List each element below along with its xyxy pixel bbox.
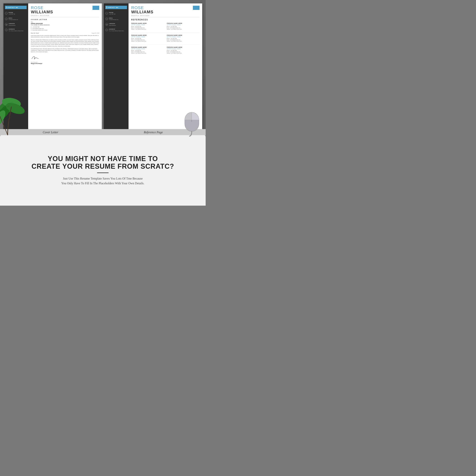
cover-phone-line: P : +123 4567 896 — [31, 26, 99, 28]
ref-item-3: PERSON NAME HERE Job Title / Company / I… — [167, 35, 200, 42]
svg-rect-4 — [106, 19, 107, 19]
last-name-left: WILLIAMS — [31, 10, 53, 14]
contact-linkedin-left: LINKEDIN Usernamehere — [3, 22, 28, 27]
cover-fullname: FULL NAME OF HIRING MANAGER — [31, 24, 99, 26]
headline-line2: CREATE YOUR RESUME FROM SCRATC? — [32, 163, 174, 170]
svg-rect-0 — [6, 19, 7, 19]
ref-name-2: PERSON NAME HERE — [131, 35, 164, 36]
ref-name-5: PERSON NAME HERE — [167, 47, 200, 48]
address-icon-left — [5, 29, 8, 31]
contact-me-header-right: CONTACT ME — [105, 6, 127, 9]
ref-item-0: PERSON NAME HERE Job Title / Company / I… — [131, 23, 164, 30]
ref-name-0: PERSON NAME HERE — [131, 23, 164, 24]
plant-svg — [0, 68, 34, 141]
ref-address-5: Address : your Address Name Here. — [167, 52, 200, 54]
signature-svg — [31, 55, 42, 61]
ref-address-2: Address : your Address Name Here. — [131, 41, 164, 42]
contact-linkedin-text-right: LINKEDIN Usernamehere — [109, 23, 116, 26]
name-block-right: ROSE WILLIAMS — [131, 6, 153, 14]
contact-me-label-right: CONTACT ME — [108, 7, 119, 8]
ref-item-1: PERSON NAME HERE Job Title / Company / I… — [167, 23, 200, 30]
mouse-svg — [181, 107, 204, 137]
svg-point-2 — [6, 24, 6, 24]
ref-address-4: Address : your Address Name Here. — [131, 52, 164, 54]
cover-address-line: A : street/state address with country — [31, 30, 99, 31]
job-title-right: GRAPHIC DESIGNER — [131, 15, 200, 17]
svg-rect-1 — [6, 24, 6, 25]
ref-phone-1: Phone : +123 4567 896 — [167, 26, 200, 27]
mouse-decoration — [181, 107, 204, 137]
ref-divider-2 — [131, 45, 200, 45]
plant-decoration — [0, 68, 34, 141]
ref-phone-5: Phone : +123 4567 896 — [167, 50, 200, 51]
contact-email-text-right: EMAIL User@example.com — [109, 17, 119, 20]
ref-phone-4: Phone : +123 4567 896 — [131, 50, 164, 51]
name-block-left: ROSE WILLIAMS — [31, 6, 53, 14]
address-icon-right — [105, 29, 108, 31]
blue-accent-right — [193, 6, 200, 10]
first-name-left: ROSE — [31, 6, 53, 10]
contact-address-text-right: ADDRESS Your Home Address Name Here — [109, 28, 124, 32]
contact-linkedin-text-left: LINKEDIN Usernamehere — [9, 23, 16, 26]
contact-email-right: EMAIL User@example.com — [104, 17, 129, 21]
contact-phone-right: PHONE +123 456 789 — [104, 11, 129, 16]
phone-icon-right — [105, 12, 108, 15]
linkedin-icon-left — [5, 23, 8, 26]
contact-email-left: EMAIL User@example.com — [3, 17, 28, 21]
preview-divider — [103, 4, 103, 133]
phone-icon-left — [5, 12, 8, 15]
dear-text: Dear Ms. Smith: — [31, 33, 39, 34]
ref-email-1: Email : yourmail@example.com — [167, 27, 200, 28]
ref-phone-2: Phone : +123 4567 896 — [131, 38, 164, 39]
ref-email-0: Email : yourmail@example.com — [131, 27, 164, 28]
subtext: Just Use This Resume Template Saves You … — [61, 176, 144, 186]
ref-item-5: PERSON NAME HERE Job Title / Company / I… — [167, 47, 200, 54]
blue-accent-left — [93, 6, 99, 10]
ref-name-3: PERSON NAME HERE — [167, 35, 200, 36]
svg-point-6 — [106, 24, 106, 24]
contact-address-right: ADDRESS Your Home Address Name Here — [104, 28, 129, 32]
cover-letter-main: ROSE WILLIAMS GRAPHIC DESIGNER COVER LET… — [28, 3, 102, 133]
last-name-right: WILLIAMS — [131, 10, 153, 14]
ref-jobtitle-1: Job Title / Company / Institute — [167, 24, 200, 25]
ref-jobtitle-0: Job Title / Company / Institute — [131, 24, 164, 25]
cover-letter-title: COVER LETTER — [31, 19, 99, 20]
contact-me-header-left: CONTACT ME — [5, 6, 27, 9]
cover-body-2: Mauris et vehicula dolor. Pellentesque n… — [31, 39, 99, 47]
date-text: August 25, 2018 — [92, 33, 99, 34]
ref-phone-3: Phone : +123 4567 896 — [167, 38, 200, 39]
ref-email-5: Email : yourmail@example.com — [167, 51, 200, 52]
right-sidebar: CONTACT ME PHONE +123 456 789 EMAIL — [104, 3, 129, 133]
ref-email-2: Email : yourmail@example.com — [131, 39, 164, 40]
ref-name-1: PERSON NAME HERE — [167, 23, 200, 24]
cover-body-3: Ut id pellentesque lorem. Sed porta dign… — [31, 48, 99, 53]
ref-email-4: Email : yourmail@example.com — [131, 51, 164, 52]
reference-page-label: Reference Page — [144, 131, 163, 134]
cover-manager: HIRING MANAGER — [31, 23, 99, 24]
ref-phone-0: Phone : +123 4567 896 — [131, 26, 164, 27]
contact-phone-left: PHONE +123 456 789 — [3, 11, 28, 16]
cover-body-1: Lorem ipsum dolor sit amet, consectetur … — [31, 35, 99, 38]
references-grid: PERSON NAME HERE Job Title / Company / I… — [131, 23, 200, 55]
cover-letter-label: Cover Letter — [43, 131, 58, 134]
contact-email-text-left: EMAIL User@example.com — [9, 17, 18, 20]
subtext-line2: You Only Have To Fill In The Placeholder… — [61, 181, 144, 186]
headline-divider — [97, 172, 108, 173]
headline-line1: YOU MIGHT NOT HAVE TIME TO — [32, 155, 174, 163]
contact-phone-text-left: PHONE +123 456 789 — [9, 12, 15, 15]
ref-jobtitle-2: Job Title / Company / Institute — [131, 36, 164, 37]
ref-divider-1 — [131, 33, 200, 33]
contact-linkedin-right: LINKEDIN Usernamehere — [104, 22, 129, 27]
contact-phone-text-right: PHONE +123 456 789 — [109, 12, 115, 15]
signature-area: Your Sincerely Margot Deschamps — [31, 55, 99, 64]
references-title: REFERENCES — [131, 19, 200, 21]
headline: YOU MIGHT NOT HAVE TIME TO CREATE YOUR R… — [32, 155, 174, 170]
email-icon-right — [105, 17, 108, 20]
contact-address-left: ADDRESS Your Home Address Name Here — [3, 28, 28, 32]
ref-jobtitle-3: Job Title / Company / Institute — [167, 36, 200, 37]
ref-address-1: Address : your Address Name Here. — [167, 29, 200, 30]
ref-jobtitle-4: Job Title / Company / Institute — [131, 48, 164, 49]
email-icon-left — [5, 17, 8, 20]
subtext-line1: Just Use This Resume Template Saves You … — [61, 176, 144, 181]
ref-item-2: PERSON NAME HERE Job Title / Company / I… — [131, 35, 164, 42]
